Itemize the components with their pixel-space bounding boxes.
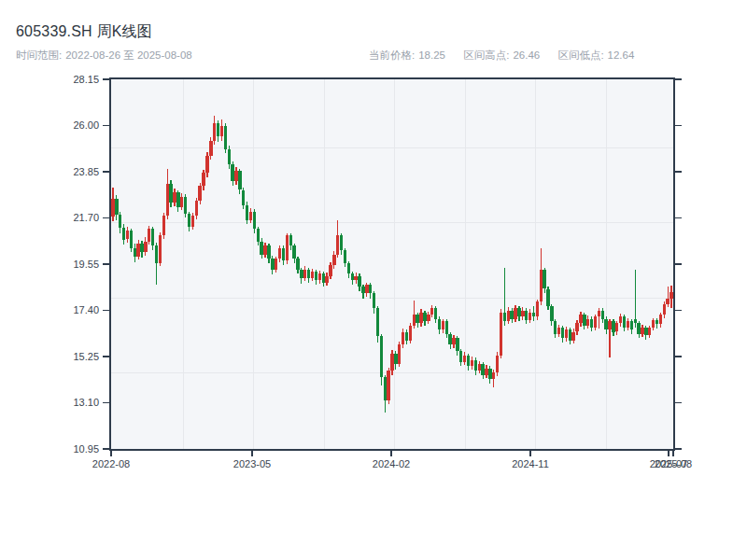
candle-body [344, 250, 346, 263]
candle-body [543, 270, 545, 289]
y-tick-mark [103, 78, 109, 80]
y-tick-mark-right [675, 263, 682, 265]
candle-body [463, 356, 466, 362]
candle-body [184, 197, 187, 214]
candle-body [514, 308, 516, 319]
x-tick-mark [390, 451, 392, 456]
candle-body [191, 216, 194, 227]
candle-body [521, 311, 524, 317]
candle-body [271, 259, 274, 270]
h-gridline [111, 298, 673, 299]
candle-body [663, 304, 666, 315]
candle-body [130, 231, 133, 247]
v-gridline [465, 79, 466, 449]
candle-body [111, 199, 114, 217]
candle-body [434, 308, 437, 319]
candle-body [351, 273, 354, 280]
candle-body [205, 156, 208, 173]
candle-body [347, 263, 350, 274]
candle-body [373, 293, 375, 308]
candle-body [644, 328, 647, 335]
candle-body [322, 273, 325, 282]
page-title: 605339.SH 周K线图 [16, 22, 152, 42]
price-summary: 当前价格:18.25 区间高点:26.46 区间低点:12.64 [369, 49, 649, 63]
range-low: 区间低点:12.64 [557, 49, 634, 61]
plot-area [109, 77, 675, 451]
candle-body [565, 329, 568, 338]
candle-body [442, 321, 444, 329]
candle-wick [668, 287, 669, 307]
candle-body [615, 323, 618, 331]
h-gridline [111, 222, 673, 223]
candle-body [430, 308, 433, 315]
candle-body [300, 270, 303, 278]
candle-body [579, 315, 582, 323]
candle-body [195, 201, 198, 216]
h-gridline [111, 147, 673, 148]
candle-body [517, 308, 520, 316]
candle-body [448, 334, 451, 345]
candle-body [329, 265, 331, 276]
candle-body [445, 321, 448, 334]
range-high-value: 26.46 [513, 49, 540, 61]
candle-body [529, 313, 531, 320]
candle-body [402, 332, 404, 345]
y-axis-label: 19.55 [34, 259, 99, 270]
y-tick-mark [103, 448, 109, 450]
y-tick-mark [103, 356, 109, 357]
y-tick-mark [103, 402, 109, 404]
candle-body [619, 316, 622, 323]
y-tick-mark-right [675, 356, 682, 357]
v-gridline [183, 79, 184, 449]
candle-body [209, 141, 212, 156]
candle-body [481, 364, 484, 375]
date-range-value: 2022-08-26 至 2025-08-08 [65, 49, 192, 61]
candle-body [561, 328, 564, 339]
x-tick-mark [529, 451, 531, 456]
candle-body [510, 311, 513, 319]
candle-body [641, 328, 643, 334]
y-axis-label: 28.15 [34, 74, 99, 85]
date-range-label: 时间范围: [16, 49, 62, 61]
candle-body [601, 311, 604, 319]
candle-body [612, 321, 614, 332]
candle-body [536, 301, 539, 316]
candle-body [151, 229, 154, 245]
y-tick-mark [103, 217, 109, 219]
current-price-value: 18.25 [418, 49, 445, 61]
candle-body [242, 190, 245, 205]
current-price: 当前价格:18.25 [369, 49, 445, 61]
y-tick-mark-right [675, 171, 682, 173]
candle-body [586, 319, 589, 326]
candle-body [307, 270, 310, 278]
candle-body [590, 319, 593, 328]
candle-body [557, 328, 560, 334]
candle-body [546, 289, 549, 306]
candle-body [669, 292, 672, 299]
x-axis-label: 2025-08 [643, 458, 703, 469]
candle-body [311, 272, 314, 278]
candle-body [220, 126, 223, 137]
candle-body [467, 356, 470, 367]
candle-body [289, 235, 292, 246]
candle-body [394, 354, 397, 365]
candle-body [173, 192, 176, 203]
candle-body [325, 276, 328, 283]
v-gridline [253, 79, 254, 449]
candle-body [384, 377, 387, 400]
candle-body [336, 235, 339, 255]
candle-body [438, 319, 441, 330]
candle-body [354, 276, 357, 281]
candle-body [604, 319, 607, 330]
candle-body [452, 338, 455, 344]
candle-body [162, 216, 165, 235]
candle-body [623, 316, 626, 328]
y-tick-mark-right [675, 78, 682, 80]
y-tick-mark [103, 310, 109, 312]
candle-body [134, 248, 136, 257]
candle-body [478, 364, 481, 371]
candle-body [119, 215, 121, 228]
candle-body [198, 186, 201, 201]
range-low-value: 12.64 [608, 49, 635, 61]
y-tick-mark [103, 125, 109, 127]
